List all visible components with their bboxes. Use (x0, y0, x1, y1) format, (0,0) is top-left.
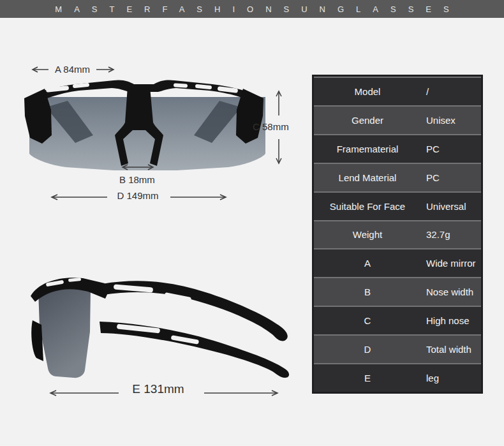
spec-table-row: C High nose (314, 306, 481, 334)
side-lens (38, 284, 91, 378)
spec-label: Framematerial (314, 144, 421, 154)
spec-label: E (314, 373, 421, 383)
spec-value: / (421, 86, 481, 97)
spec-table-row: Framematerial PC (314, 134, 481, 163)
spec-label: B (314, 286, 421, 297)
arrow-left-icon (48, 389, 120, 397)
arrow-right-icon (169, 193, 228, 201)
spec-label: Weight (314, 229, 421, 240)
spec-table-row: A Wide mirror (314, 248, 481, 277)
spec-value: Universal (421, 201, 481, 212)
arrow-down-icon (274, 138, 283, 166)
brand-title: MASTERFASHIONSUNGLASSES (43, 4, 461, 14)
dimension-e-label: E 131mm (128, 382, 189, 396)
product-spec-page: MASTERFASHIONSUNGLASSES (0, 0, 504, 446)
spec-value: 32.7g (421, 229, 481, 240)
spec-table: Model / Gender Unisex Framematerial PC L… (312, 75, 483, 394)
spec-table-row: Weight 32.7g (314, 220, 481, 249)
sunglasses-side-view (13, 263, 300, 387)
arrow-left-icon (31, 66, 50, 73)
spec-value: Unisex (421, 115, 481, 126)
arrow-up-icon (274, 89, 283, 117)
spec-value: PC (421, 144, 481, 154)
spec-label: Model (314, 86, 421, 97)
spec-label: C (314, 315, 421, 326)
arrow-both-icon (120, 163, 156, 171)
brand-header-bar: MASTERFASHIONSUNGLASSES (0, 0, 504, 18)
spec-label: D (314, 344, 421, 355)
spec-value: Wide mirror (421, 258, 481, 269)
spec-table-row: B Nose width (314, 277, 481, 306)
spec-table-row: E leg (314, 363, 481, 392)
spec-table-row: Gender Unisex (314, 105, 481, 134)
spec-label: Lend Material (314, 172, 421, 183)
spec-label: Gender (314, 115, 421, 126)
spec-value: Nose width (421, 286, 481, 297)
dimension-c-label: C 58mm (253, 121, 291, 132)
dimension-a: A 84mm (31, 64, 115, 75)
spec-table-row: D Total width (314, 334, 481, 363)
spec-label: A (314, 258, 421, 269)
spec-table-row: Lend Material PC (314, 163, 481, 191)
spec-value: Total width (421, 344, 481, 355)
spec-value: PC (421, 172, 481, 183)
arrow-right-icon (203, 389, 279, 397)
arrow-left-icon (50, 193, 108, 201)
dimension-a-label: A 84mm (55, 64, 90, 75)
dimension-d-label: D 149mm (114, 190, 162, 201)
dimension-b-label: B 18mm (119, 174, 155, 185)
spec-value: High nose (421, 315, 481, 326)
spec-label: Suitable For Face (314, 201, 421, 212)
arrow-right-icon (95, 66, 115, 73)
sunglasses-side-illustration (13, 263, 300, 387)
spec-table-row: Suitable For Face Universal (314, 191, 481, 220)
spec-value: leg (421, 373, 481, 383)
spec-table-row: Model / (314, 77, 481, 105)
